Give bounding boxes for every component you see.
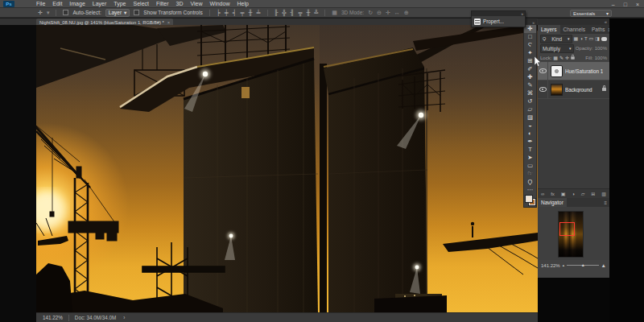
maximize-button[interactable]: □ <box>624 2 627 7</box>
align-v-centers-icon[interactable]: ╫ <box>249 10 253 15</box>
align-right-edges-icon[interactable]: ╡ <box>233 10 237 15</box>
eraser-tool[interactable]: ▱ <box>524 105 536 114</box>
align-top-edges-icon[interactable]: ╤ <box>241 10 245 15</box>
link-layers-icon[interactable]: ∞ <box>541 192 544 196</box>
3d-rotate-icon[interactable]: ↻ <box>368 10 373 15</box>
zoom-tool[interactable]: Ϙ <box>524 178 536 186</box>
show-transform-checkbox[interactable] <box>134 10 139 15</box>
blend-mode-dropdown[interactable]: Multiply ▾ <box>540 44 574 53</box>
menu-help[interactable]: Help <box>237 1 248 6</box>
delete-layer-icon[interactable]: ▥ <box>601 191 606 196</box>
auto-select-checkbox[interactable] <box>63 10 68 15</box>
navigator-thumbnail[interactable] <box>558 211 584 258</box>
navigator-view-box[interactable] <box>559 222 575 236</box>
gradient-tool[interactable]: ▨ <box>524 114 536 122</box>
menu-type[interactable]: Type <box>114 1 126 6</box>
type-tool[interactable]: T <box>524 146 536 154</box>
lock-image-icon[interactable]: ✎ <box>559 56 564 60</box>
filter-smart-objects-icon[interactable]: ◨ <box>595 36 600 41</box>
slider-thumb[interactable]: ▲ <box>581 262 585 267</box>
minimize-button[interactable]: – <box>612 2 615 7</box>
layer-row-hue-saturation[interactable]: Hue/Saturation 1 <box>538 62 609 80</box>
layer-name[interactable]: Hue/Saturation 1 <box>565 68 603 74</box>
filter-pixel-layers-icon[interactable]: ▦ <box>574 36 579 41</box>
tool-preset-chevron-icon[interactable]: ▾ <box>47 10 50 15</box>
distribute-left-icon[interactable]: ╟ <box>275 10 279 15</box>
edit-toolbar-button[interactable]: ⋯ <box>524 186 536 194</box>
3d-roll-icon[interactable]: ⊖ <box>377 10 382 15</box>
menu-edit[interactable]: Edit <box>52 1 62 6</box>
auto-align-icon[interactable]: ▦ <box>332 10 337 15</box>
menu-view[interactable]: View <box>191 1 203 6</box>
new-group-icon[interactable]: ▱ <box>581 191 585 196</box>
3d-slide-icon[interactable]: ↔ <box>394 10 400 15</box>
lock-transparency-icon[interactable]: ▦ <box>553 56 558 60</box>
align-bottom-edges-icon[interactable]: ╧ <box>257 10 261 15</box>
align-h-centers-icon[interactable]: ╪ <box>225 10 229 15</box>
distribute-bottom-icon[interactable]: ╩ <box>314 10 318 15</box>
pen-tool[interactable]: ✒ <box>524 138 536 146</box>
tab-layers[interactable]: Layers <box>538 25 560 34</box>
fill-value[interactable]: 100% <box>595 56 607 60</box>
menu-window[interactable]: Window <box>210 1 230 6</box>
brush-tool[interactable]: ✎ <box>524 81 536 89</box>
history-brush-tool[interactable]: ↺ <box>524 97 536 105</box>
blur-tool[interactable]: ◒ <box>524 122 536 130</box>
distribute-top-icon[interactable]: ╦ <box>298 10 302 15</box>
new-adjustment-layer-icon[interactable]: ◑ <box>572 192 575 196</box>
filter-toggle-switch[interactable] <box>601 37 607 41</box>
menu-filter[interactable]: Filter <box>156 1 169 6</box>
background-layer-thumbnail[interactable] <box>551 84 563 96</box>
properties-panel-body[interactable]: Propert... <box>472 16 525 27</box>
3d-drag-icon[interactable]: ✛ <box>386 10 390 15</box>
tab-close-icon[interactable]: × <box>167 20 170 25</box>
eye-icon[interactable] <box>539 87 547 92</box>
dodge-tool[interactable]: ◐ <box>524 130 536 138</box>
menu-file[interactable]: File <box>36 1 45 6</box>
menu-3d[interactable]: 3D <box>176 1 184 6</box>
tab-navigator[interactable]: Navigator <box>538 198 567 207</box>
marquee-tool[interactable]: □ <box>524 33 536 41</box>
add-layer-mask-icon[interactable]: ▣ <box>561 191 566 196</box>
document-canvas[interactable] <box>36 25 538 312</box>
navigator-zoom-value[interactable]: 141.22% <box>541 263 560 268</box>
layer-style-icon[interactable]: fx <box>551 192 555 196</box>
opacity-value[interactable]: 100% <box>595 46 607 51</box>
tab-paths[interactable]: Paths <box>588 25 609 34</box>
status-zoom-field[interactable]: 141.22% <box>43 315 63 320</box>
filter-type-layers-icon[interactable]: T <box>584 36 588 41</box>
status-menu-chevron-icon[interactable]: › <box>123 315 125 320</box>
zoom-in-icon[interactable]: ▲ <box>601 262 606 268</box>
distribute-middle-icon[interactable]: ╫ <box>306 10 310 15</box>
lock-position-icon[interactable]: ✛ <box>565 56 569 60</box>
layer-row-background[interactable]: Background <box>538 80 609 99</box>
eye-icon[interactable] <box>539 68 547 73</box>
properties-float-panel[interactable]: » Propert... <box>471 10 526 27</box>
hand-tool[interactable]: ☞ <box>524 170 536 178</box>
clone-stamp-tool[interactable]: ⌘ <box>524 89 536 97</box>
layer-filter-dropdown[interactable]: Ϙ Kind ▾ <box>540 35 572 43</box>
align-left-edges-icon[interactable]: ╞ <box>217 10 221 15</box>
menu-select[interactable]: Select <box>134 1 149 6</box>
layer-name[interactable]: Background <box>565 87 592 93</box>
menu-image[interactable]: Image <box>69 1 85 6</box>
healing-brush-tool[interactable]: ✚ <box>524 73 536 81</box>
distribute-right-icon[interactable]: ╢ <box>290 10 294 15</box>
path-selection-tool[interactable]: ➤ <box>524 154 536 162</box>
zoom-out-icon[interactable]: ▴ <box>563 263 564 267</box>
navigator-zoom-slider[interactable]: ▲ <box>567 265 599 266</box>
collapse-dock-icon[interactable]: « <box>605 19 607 24</box>
lasso-tool[interactable]: Ϛ <box>524 41 536 49</box>
menu-layer[interactable]: Layer <box>93 1 107 6</box>
distribute-center-icon[interactable]: ╬ <box>282 10 286 15</box>
move-tool[interactable]: ✛ <box>524 25 536 33</box>
visibility-column[interactable] <box>538 80 548 98</box>
adjustment-layer-thumbnail[interactable] <box>551 65 563 77</box>
collapse-panel-icon[interactable]: » <box>521 12 523 16</box>
3d-scale-icon[interactable]: ⊕ <box>404 10 409 15</box>
auto-select-target-dropdown[interactable]: Layer ▾ <box>105 9 130 17</box>
foreground-color-swatch[interactable] <box>526 196 532 202</box>
filter-adjustment-layers-icon[interactable]: ◑ <box>580 36 583 41</box>
new-layer-icon[interactable]: ⊞ <box>591 191 595 196</box>
workspace-switcher[interactable]: Essentials ▾ <box>570 10 612 17</box>
